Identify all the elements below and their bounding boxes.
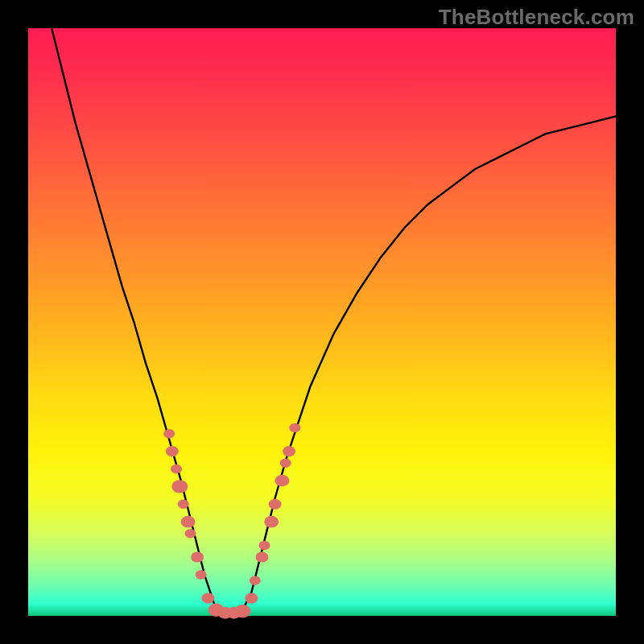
sample-point — [166, 446, 179, 456]
sample-point — [171, 464, 182, 473]
watermark-text: TheBottleneck.com — [439, 5, 634, 30]
sample-point — [256, 551, 269, 562]
chart-svg — [28, 28, 616, 616]
sample-point — [259, 541, 270, 550]
sample-point — [275, 475, 289, 487]
bottleneck-curve — [52, 28, 616, 616]
chart-stage: TheBottleneck.com — [0, 0, 644, 644]
sample-point — [171, 480, 188, 493]
sample-point — [178, 500, 189, 509]
sample-point — [264, 516, 279, 528]
sample-point — [283, 446, 295, 456]
sample-points-group — [163, 423, 300, 619]
sample-point — [196, 570, 207, 579]
sample-point — [181, 516, 196, 528]
sample-point — [191, 551, 204, 562]
sample-point — [201, 593, 214, 604]
sample-point — [163, 429, 175, 438]
sample-point — [250, 576, 261, 584]
sample-point — [269, 499, 282, 510]
plot-area — [28, 28, 616, 616]
sample-point — [185, 529, 196, 538]
sample-point — [234, 605, 250, 617]
sample-point — [289, 423, 300, 432]
sample-point — [280, 458, 291, 467]
sample-point — [245, 593, 258, 604]
